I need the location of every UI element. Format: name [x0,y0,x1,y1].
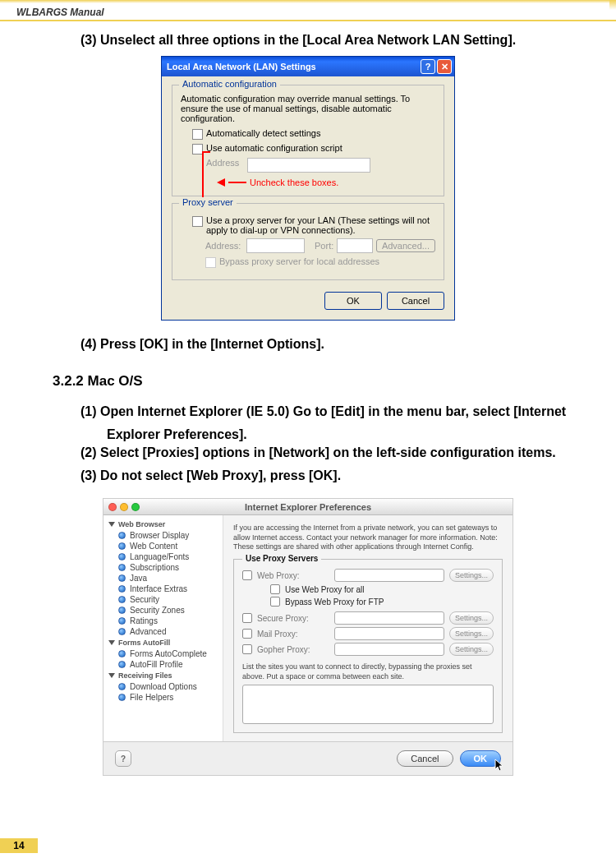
mac-window-title: Internet Explorer Preferences [103,502,513,512]
gopher-proxy-input[interactable] [334,643,444,656]
gopher-proxy-settings-button[interactable]: Settings... [449,643,494,656]
sidebar-item-java[interactable]: Java [103,573,223,584]
web-proxy-label: Web Proxy: [257,571,329,580]
sidebar-item-browser-display[interactable]: Browser Display [103,530,223,541]
sidebar-item-advanced[interactable]: Advanced [103,626,223,637]
auto-detect-checkbox[interactable] [192,129,203,140]
red-bracket-annotation [202,151,210,199]
sidebar-item-interface-extras[interactable]: Interface Extras [103,584,223,594]
bypass-list-description: List the sites you want to connect to di… [242,662,494,681]
use-script-label: Use automatic configuration script [206,143,435,153]
web-proxy-input[interactable] [334,569,444,582]
auto-detect-label: Automatically detect settings [206,128,435,138]
sidebar-item-language-fonts[interactable]: Language/Fonts [103,551,223,562]
bypass-ftp-label: Bypass Web Proxy for FTP [285,597,384,607]
manual-header: WLBARGS Manual [0,3,616,18]
proxy-port-input[interactable] [337,238,373,253]
sidebar-item-security[interactable]: Security [103,594,223,605]
mac-step-2: (2) Select [Proxies] options in [Network… [80,445,575,460]
proxy-address-input[interactable] [246,238,305,253]
uncheck-annotation: Uncheck these boxes. [250,178,338,187]
sidebar-group-forms-autofill[interactable]: Forms AutoFill [103,637,223,648]
cursor-icon [494,759,506,773]
sidebar-item-download-options[interactable]: Download Options [103,681,223,692]
page-number: 14 [0,838,38,853]
script-address-input[interactable] [247,158,370,173]
mac-step-1b: Explorer Preferences]. [107,427,575,442]
sidebar-item-ratings[interactable]: Ratings [103,616,223,626]
mac-step-3: (3) Do not select [Web Proxy], press [OK… [80,468,575,483]
auto-config-desc: Automatic configuration may override man… [181,94,435,123]
disclosure-triangle-icon [108,522,115,527]
mac-titlebar: Internet Explorer Preferences [103,499,513,515]
step-3-text: (3) Unselect all three options in the [L… [80,33,575,48]
mail-proxy-checkbox[interactable] [242,629,252,639]
mail-proxy-input[interactable] [334,627,444,640]
web-proxy-checkbox[interactable] [242,570,252,580]
mail-proxy-settings-button[interactable]: Settings... [449,627,494,640]
dialog-title: Local Area Network (LAN) Settings [167,62,316,72]
secure-proxy-input[interactable] [334,611,444,625]
bypass-sites-textarea[interactable] [242,685,494,724]
bypass-ftp-checkbox[interactable] [270,597,280,607]
gopher-proxy-label: Gopher Proxy: [257,645,329,654]
sidebar-item-web-content[interactable]: Web Content [103,541,223,551]
proxy-address-label: Address: [205,241,243,251]
help-button[interactable]: ? [421,59,435,74]
disclosure-triangle-icon [108,673,115,678]
proxy-description: If you are accessing the Internet from a… [233,524,503,552]
address-label: Address [206,158,244,168]
mac-preferences-window: Internet Explorer Preferences Web Browse… [103,498,513,776]
dialog-titlebar: Local Area Network (LAN) Settings ? ✕ [162,57,454,76]
auto-config-group-title: Automatic configuration [179,79,280,89]
sidebar-group-web-browser[interactable]: Web Browser [103,519,223,530]
use-proxy-label: Use a proxy server for your LAN (These s… [206,215,435,235]
use-web-proxy-all-checkbox[interactable] [270,584,280,594]
sidebar-item-autofill-profile[interactable]: AutoFill Profile [103,659,223,670]
bypass-local-label: Bypass proxy server for local addresses [219,256,435,266]
manual-title: WLBARGS Manual [16,7,104,18]
preferences-sidebar: Web Browser Browser Display Web Content … [103,515,223,741]
mac-help-button[interactable]: ? [115,750,131,767]
ok-button[interactable]: OK [324,292,382,310]
bypass-local-checkbox[interactable] [205,257,216,268]
advanced-button[interactable]: Advanced... [376,239,435,252]
sidebar-item-subscriptions[interactable]: Subscriptions [103,562,223,573]
sidebar-group-receiving-files[interactable]: Receiving Files [103,670,223,681]
sidebar-item-file-helpers[interactable]: File Helpers [103,692,223,703]
red-arrow-icon [217,178,225,187]
secure-proxy-label: Secure Proxy: [257,614,329,623]
sidebar-item-forms-autocomplete[interactable]: Forms AutoComplete [103,648,223,659]
mac-step-1a: (1) Open Internet Explorer (IE 5.0) Go t… [80,404,575,419]
disclosure-triangle-icon [108,640,115,645]
use-web-proxy-all-label: Use Web Proxy for all [285,585,365,594]
use-proxy-checkbox[interactable] [192,216,203,227]
step-4-text: (4) Press [OK] in the [Internet Options]… [80,337,575,352]
sidebar-item-security-zones[interactable]: Security Zones [103,605,223,616]
mail-proxy-label: Mail Proxy: [257,630,329,639]
proxy-port-label: Port: [315,241,333,251]
secure-proxy-checkbox[interactable] [242,613,252,623]
mac-cancel-button[interactable]: Cancel [397,750,453,767]
secure-proxy-settings-button[interactable]: Settings... [449,611,494,625]
cancel-button[interactable]: Cancel [387,292,444,310]
gopher-proxy-checkbox[interactable] [242,644,252,654]
use-proxy-servers-title: Use Proxy Servers [242,554,321,563]
proxy-group-title: Proxy server [179,197,237,207]
close-button[interactable]: ✕ [437,59,452,74]
lan-settings-dialog: Local Area Network (LAN) Settings ? ✕ Au… [161,56,455,321]
web-proxy-settings-button[interactable]: Settings... [449,569,494,582]
section-heading: 3.2.2 Mac O/S [53,373,575,390]
